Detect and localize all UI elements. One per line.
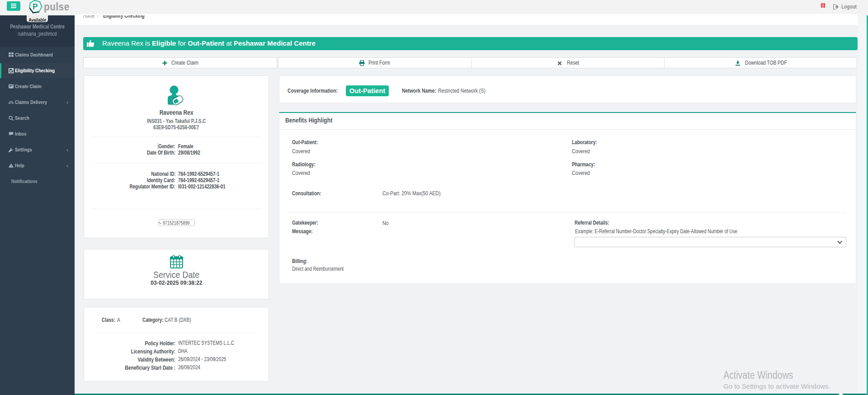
svg-text:P: P (33, 2, 38, 12)
